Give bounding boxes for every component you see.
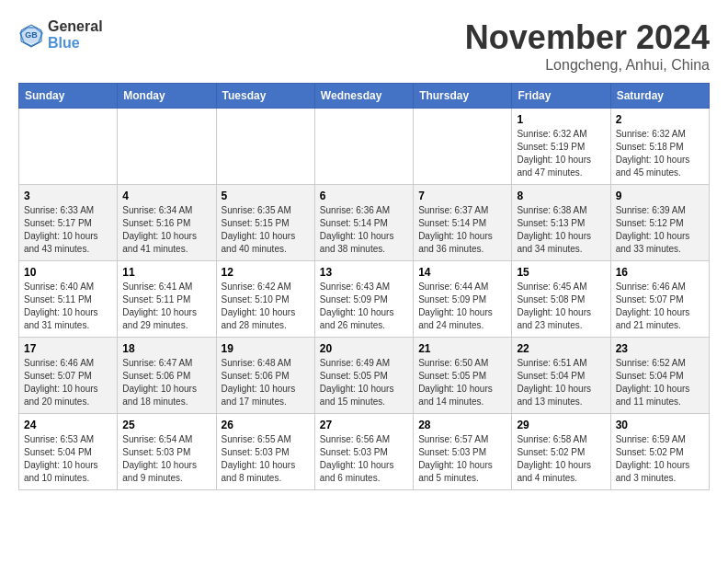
weekday-header-friday: Friday — [512, 84, 610, 109]
day-number: 26 — [222, 419, 310, 431]
day-info: Sunrise: 6:59 AM Sunset: 5:02 PM Dayligh… — [616, 433, 704, 485]
logo-text: General Blue — [48, 18, 103, 52]
day-number: 27 — [320, 419, 408, 431]
day-number: 20 — [320, 342, 408, 355]
calendar-cell: 29Sunrise: 6:58 AM Sunset: 5:02 PM Dayli… — [512, 414, 610, 490]
day-number: 5 — [222, 190, 310, 202]
day-info: Sunrise: 6:51 AM Sunset: 5:04 PM Dayligh… — [517, 357, 605, 408]
calendar-cell: 28Sunrise: 6:57 AM Sunset: 5:03 PM Dayli… — [414, 414, 512, 490]
day-info: Sunrise: 6:54 AM Sunset: 5:03 PM Dayligh… — [122, 433, 210, 485]
calendar-cell: 22Sunrise: 6:51 AM Sunset: 5:04 PM Dayli… — [512, 338, 610, 414]
calendar-cell: 21Sunrise: 6:50 AM Sunset: 5:05 PM Dayli… — [414, 338, 512, 414]
day-info: Sunrise: 6:36 AM Sunset: 5:14 PM Dayligh… — [320, 204, 408, 256]
day-number: 7 — [418, 190, 506, 202]
calendar-cell: 26Sunrise: 6:55 AM Sunset: 5:03 PM Dayli… — [216, 414, 314, 490]
day-number: 1 — [517, 113, 605, 126]
weekday-header-sunday: Sunday — [19, 84, 118, 109]
day-number: 25 — [122, 419, 210, 431]
day-info: Sunrise: 6:46 AM Sunset: 5:07 PM Dayligh… — [24, 357, 112, 408]
day-info: Sunrise: 6:47 AM Sunset: 5:06 PM Dayligh… — [122, 357, 210, 408]
day-info: Sunrise: 6:57 AM Sunset: 5:03 PM Dayligh… — [418, 433, 506, 485]
day-info: Sunrise: 6:32 AM Sunset: 5:19 PM Dayligh… — [517, 128, 605, 179]
day-number: 3 — [24, 190, 112, 202]
calendar-cell — [314, 109, 413, 185]
calendar-cell: 8Sunrise: 6:38 AM Sunset: 5:13 PM Daylig… — [512, 185, 610, 261]
day-info: Sunrise: 6:44 AM Sunset: 5:09 PM Dayligh… — [418, 281, 506, 332]
calendar-cell: 20Sunrise: 6:49 AM Sunset: 5:05 PM Dayli… — [314, 338, 413, 414]
day-number: 4 — [122, 190, 210, 202]
day-number: 9 — [616, 190, 704, 202]
calendar-cell — [216, 109, 314, 185]
calendar-cell — [19, 109, 118, 185]
day-number: 8 — [517, 190, 605, 202]
weekday-header-tuesday: Tuesday — [216, 84, 314, 109]
calendar-cell: 30Sunrise: 6:59 AM Sunset: 5:02 PM Dayli… — [610, 414, 709, 490]
calendar-cell: 18Sunrise: 6:47 AM Sunset: 5:06 PM Dayli… — [118, 338, 216, 414]
day-info: Sunrise: 6:37 AM Sunset: 5:14 PM Dayligh… — [418, 204, 506, 256]
weekday-header-monday: Monday — [118, 84, 216, 109]
day-number: 28 — [418, 419, 506, 431]
day-info: Sunrise: 6:33 AM Sunset: 5:17 PM Dayligh… — [24, 204, 112, 256]
day-number: 15 — [517, 266, 605, 279]
day-info: Sunrise: 6:41 AM Sunset: 5:11 PM Dayligh… — [122, 281, 210, 332]
calendar-cell: 5Sunrise: 6:35 AM Sunset: 5:15 PM Daylig… — [216, 185, 314, 261]
day-info: Sunrise: 6:45 AM Sunset: 5:08 PM Dayligh… — [517, 281, 605, 332]
day-number: 17 — [24, 342, 112, 355]
calendar-cell: 23Sunrise: 6:52 AM Sunset: 5:04 PM Dayli… — [610, 338, 709, 414]
calendar-cell: 25Sunrise: 6:54 AM Sunset: 5:03 PM Dayli… — [118, 414, 216, 490]
calendar-cell: 1Sunrise: 6:32 AM Sunset: 5:19 PM Daylig… — [512, 109, 610, 185]
day-info: Sunrise: 6:55 AM Sunset: 5:03 PM Dayligh… — [222, 433, 310, 485]
calendar-cell — [118, 109, 216, 185]
calendar-cell: 14Sunrise: 6:44 AM Sunset: 5:09 PM Dayli… — [414, 261, 512, 338]
day-info: Sunrise: 6:35 AM Sunset: 5:15 PM Dayligh… — [222, 204, 310, 256]
location-title: Longcheng, Anhui, China — [465, 57, 710, 74]
day-number: 14 — [418, 266, 506, 279]
calendar-cell: 24Sunrise: 6:53 AM Sunset: 5:04 PM Dayli… — [19, 414, 118, 490]
calendar-cell: 17Sunrise: 6:46 AM Sunset: 5:07 PM Dayli… — [19, 338, 118, 414]
day-info: Sunrise: 6:48 AM Sunset: 5:06 PM Dayligh… — [222, 357, 310, 408]
calendar-cell: 2Sunrise: 6:32 AM Sunset: 5:18 PM Daylig… — [610, 109, 709, 185]
calendar-cell — [414, 109, 512, 185]
calendar-table: SundayMondayTuesdayWednesdayThursdayFrid… — [18, 83, 710, 490]
day-info: Sunrise: 6:39 AM Sunset: 5:12 PM Dayligh… — [616, 204, 704, 256]
calendar-cell: 16Sunrise: 6:46 AM Sunset: 5:07 PM Dayli… — [610, 261, 709, 338]
day-number: 10 — [24, 266, 112, 279]
calendar-cell: 19Sunrise: 6:48 AM Sunset: 5:06 PM Dayli… — [216, 338, 314, 414]
calendar-cell: 11Sunrise: 6:41 AM Sunset: 5:11 PM Dayli… — [118, 261, 216, 338]
day-number: 23 — [616, 342, 704, 355]
day-number: 12 — [222, 266, 310, 279]
calendar-week-row: 10Sunrise: 6:40 AM Sunset: 5:11 PM Dayli… — [19, 261, 710, 338]
calendar-cell: 6Sunrise: 6:36 AM Sunset: 5:14 PM Daylig… — [314, 185, 413, 261]
day-info: Sunrise: 6:52 AM Sunset: 5:04 PM Dayligh… — [616, 357, 704, 408]
day-number: 18 — [122, 342, 210, 355]
day-number: 24 — [24, 419, 112, 431]
day-info: Sunrise: 6:32 AM Sunset: 5:18 PM Dayligh… — [616, 128, 704, 179]
month-title: November 2024 — [465, 18, 710, 57]
day-number: 21 — [418, 342, 506, 355]
day-number: 19 — [222, 342, 310, 355]
weekday-header-row: SundayMondayTuesdayWednesdayThursdayFrid… — [19, 84, 710, 109]
day-number: 2 — [616, 113, 704, 126]
logo: GB General Blue — [18, 18, 103, 52]
day-info: Sunrise: 6:53 AM Sunset: 5:04 PM Dayligh… — [24, 433, 112, 485]
weekday-header-thursday: Thursday — [414, 84, 512, 109]
calendar-cell: 10Sunrise: 6:40 AM Sunset: 5:11 PM Dayli… — [19, 261, 118, 338]
day-info: Sunrise: 6:46 AM Sunset: 5:07 PM Dayligh… — [616, 281, 704, 332]
day-number: 6 — [320, 190, 408, 202]
page-header: GB General Blue November 2024 Longcheng,… — [18, 18, 710, 74]
calendar-cell: 9Sunrise: 6:39 AM Sunset: 5:12 PM Daylig… — [610, 185, 709, 261]
weekday-header-saturday: Saturday — [610, 84, 709, 109]
calendar-week-row: 17Sunrise: 6:46 AM Sunset: 5:07 PM Dayli… — [19, 338, 710, 414]
calendar-week-row: 1Sunrise: 6:32 AM Sunset: 5:19 PM Daylig… — [19, 109, 710, 185]
calendar-cell: 12Sunrise: 6:42 AM Sunset: 5:10 PM Dayli… — [216, 261, 314, 338]
day-info: Sunrise: 6:34 AM Sunset: 5:16 PM Dayligh… — [122, 204, 210, 256]
calendar-cell: 13Sunrise: 6:43 AM Sunset: 5:09 PM Dayli… — [314, 261, 413, 338]
day-number: 11 — [122, 266, 210, 279]
day-info: Sunrise: 6:50 AM Sunset: 5:05 PM Dayligh… — [418, 357, 506, 408]
day-number: 22 — [517, 342, 605, 355]
day-info: Sunrise: 6:49 AM Sunset: 5:05 PM Dayligh… — [320, 357, 408, 408]
day-number: 30 — [616, 419, 704, 431]
day-info: Sunrise: 6:43 AM Sunset: 5:09 PM Dayligh… — [320, 281, 408, 332]
day-info: Sunrise: 6:56 AM Sunset: 5:03 PM Dayligh… — [320, 433, 408, 485]
day-number: 13 — [320, 266, 408, 279]
